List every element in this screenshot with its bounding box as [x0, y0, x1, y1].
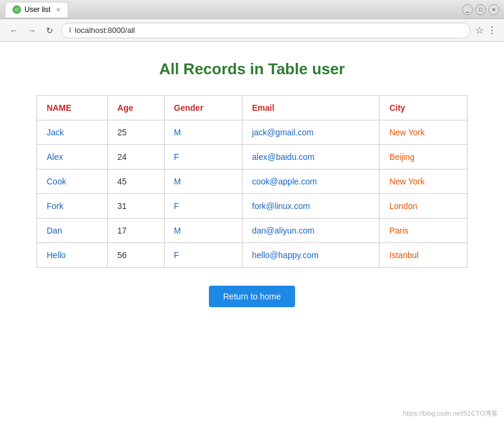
table-row: Fork31Ffork@linux.comLondon — [37, 194, 467, 219]
page-content: All Records in Table user NAME Age Gende… — [0, 42, 504, 424]
cell-email: jack@gmail.com — [242, 120, 379, 145]
tab-bar: User list × — [5, 2, 68, 17]
return-home-button[interactable]: Return to home — [209, 286, 296, 307]
cell-email: cook@apple.com — [242, 169, 379, 194]
watermark: https://blog.csdn.net/51CTO博客 — [403, 409, 498, 418]
data-table: NAME Age Gender Email City Jack25Mjack@g… — [37, 95, 467, 268]
tab-favicon — [13, 5, 21, 14]
cell-city: Paris — [379, 219, 467, 243]
window-controls: _ □ × — [462, 4, 499, 15]
forward-button[interactable]: → — [25, 24, 38, 37]
col-header-city: City — [379, 96, 467, 120]
active-tab[interactable]: User list × — [5, 2, 68, 17]
close-button[interactable]: × — [488, 4, 499, 15]
bookmark-icon[interactable]: ☆ — [475, 25, 484, 36]
cell-age: 17 — [108, 219, 165, 243]
tab-title: User list — [25, 5, 50, 14]
cell-city: New York — [379, 120, 467, 145]
cell-name: Fork — [37, 194, 108, 219]
menu-icon[interactable]: ⋮ — [487, 25, 497, 36]
back-button[interactable]: ← — [7, 24, 20, 37]
cell-gender: M — [164, 120, 242, 145]
maximize-button[interactable]: □ — [475, 4, 486, 15]
table-row: Dan17Mdan@aliyun.comParis — [37, 219, 467, 243]
table-row: Jack25Mjack@gmail.comNew York — [37, 120, 467, 145]
address-actions: ☆ ⋮ — [475, 25, 497, 36]
col-header-gender: Gender — [164, 96, 242, 120]
cell-age: 31 — [108, 194, 165, 219]
cell-age: 45 — [108, 169, 165, 194]
minimize-button[interactable]: _ — [462, 4, 473, 15]
table-row: Alex24Falex@baidu.comBeijing — [37, 145, 467, 169]
table-row: Hello56Fhello@happy.comIstanbul — [37, 243, 467, 268]
col-header-name: NAME — [37, 96, 108, 120]
cell-gender: M — [164, 169, 242, 194]
cell-gender: F — [164, 243, 242, 268]
table-row: Cook45Mcook@apple.comNew York — [37, 169, 467, 194]
address-bar: ← → ↻ ℹ localhost:8000/all ☆ ⋮ — [0, 19, 504, 42]
secure-icon: ℹ — [69, 26, 71, 34]
cell-name: Alex — [37, 145, 108, 169]
cell-city: New York — [379, 169, 467, 194]
cell-gender: F — [164, 194, 242, 219]
cell-email: hello@happy.com — [242, 243, 379, 268]
url-bar[interactable]: ℹ localhost:8000/all — [61, 23, 470, 38]
cell-email: alex@baidu.com — [242, 145, 379, 169]
cell-email: fork@linux.com — [242, 194, 379, 219]
cell-city: Istanbul — [379, 243, 467, 268]
cell-name: Cook — [37, 169, 108, 194]
cell-age: 24 — [108, 145, 165, 169]
cell-gender: M — [164, 219, 242, 243]
cell-name: Jack — [37, 120, 108, 145]
cell-city: Beijing — [379, 145, 467, 169]
col-header-email: Email — [242, 96, 379, 120]
cell-email: dan@aliyun.com — [242, 219, 379, 243]
cell-age: 56 — [108, 243, 165, 268]
refresh-button[interactable]: ↻ — [43, 24, 56, 37]
tab-close-button[interactable]: × — [56, 6, 60, 13]
page-title: All Records in Table user — [159, 60, 345, 78]
table-header-row: NAME Age Gender Email City — [37, 96, 467, 120]
cell-name: Hello — [37, 243, 108, 268]
titlebar: User list × _ □ × — [0, 0, 504, 19]
cell-age: 25 — [108, 120, 165, 145]
cell-city: London — [379, 194, 467, 219]
cell-name: Dan — [37, 219, 108, 243]
col-header-age: Age — [108, 96, 165, 120]
url-text: localhost:8000/all — [75, 26, 135, 35]
cell-gender: F — [164, 145, 242, 169]
